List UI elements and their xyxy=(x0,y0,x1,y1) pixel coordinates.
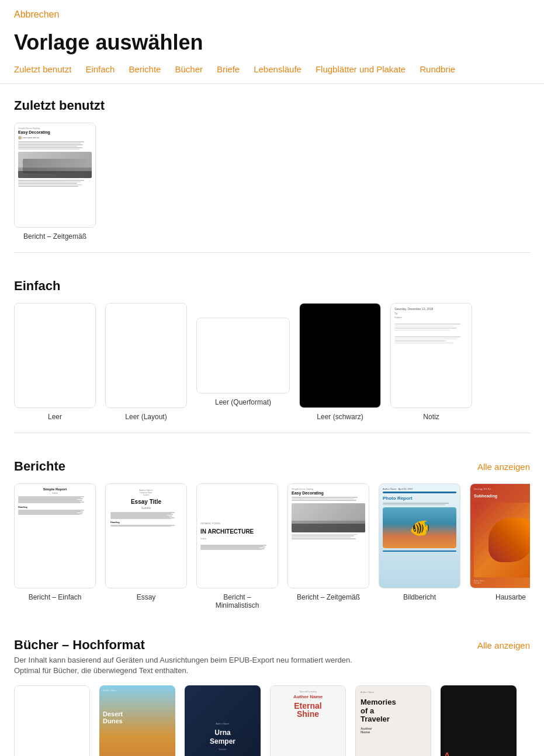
berichte-show-all[interactable]: Alle anzeigen xyxy=(477,462,530,472)
template-leer-querformat[interactable]: Leer (Querformat) xyxy=(196,303,290,421)
recently-used-header: Zuletzt benutzt xyxy=(14,98,530,113)
tab-zuletzt-benutzt[interactable]: Zuletzt benutzt xyxy=(14,64,71,74)
template-label: Bericht – Minimalistisch xyxy=(216,593,259,609)
recently-used-section: Zuletzt benutzt Simple Home Styling Easy… xyxy=(0,84,544,241)
cancel-button[interactable]: Abbrechen xyxy=(14,9,59,19)
tab-lebenslaufe[interactable]: Lebensläufe xyxy=(254,64,302,74)
nav-tabs: Zuletzt benutzt Einfach Berichte Bücher … xyxy=(0,64,544,84)
template-label: Essay xyxy=(137,593,156,601)
template-bericht-einfach[interactable]: Simple Report Subtitle Heading xyxy=(14,483,96,609)
template-label: Leer xyxy=(48,413,62,421)
berichte-title: Berichte xyxy=(14,459,65,474)
template-shatter[interactable]: ASHATTERIN THEDARK Shatter xyxy=(441,685,517,756)
template-leer-layout[interactable]: Leer (Layout) xyxy=(105,303,187,421)
einfach-header: Einfach xyxy=(14,278,530,294)
template-bericht-zeitgemass-recent[interactable]: Simple Home Styling Easy Decorating Lore… xyxy=(14,123,96,241)
page-title: Vorlage auswählen xyxy=(0,25,544,64)
template-label: Leer (schwarz) xyxy=(317,413,363,421)
template-buch-leer[interactable] xyxy=(14,685,90,756)
einfach-row: Leer Leer (Layout) Leer (Querformat) Lee… xyxy=(14,303,530,421)
berichte-header: Berichte Alle anzeigen xyxy=(14,459,530,474)
tab-buecher[interactable]: Bücher xyxy=(175,64,203,74)
template-label: Hausarbe xyxy=(496,593,526,601)
template-memories[interactable]: Author Name Memoriesof aTraveler AuthorN… xyxy=(355,685,431,756)
template-leer[interactable]: Leer xyxy=(14,303,96,421)
tab-rundbrie[interactable]: Rundbrie xyxy=(420,64,455,74)
tab-briefe[interactable]: Briefe xyxy=(217,64,240,74)
tab-flugblatter[interactable]: Flugblätter und Plakate xyxy=(316,64,406,74)
template-bericht-minimalistisch[interactable]: ORGANIC FORMS IN ARCHITECTURE Subtitle B… xyxy=(196,483,278,609)
berichte-section: Berichte Alle anzeigen Simple Report Sub… xyxy=(0,445,544,609)
tab-einfach[interactable]: Einfach xyxy=(85,64,115,74)
template-label: Leer (Querformat) xyxy=(215,398,271,406)
divider-1 xyxy=(14,252,530,253)
buecher-section: Bücher – Hochformat Alle anzeigen Der In… xyxy=(0,623,544,756)
template-label: Bildbericht xyxy=(403,593,436,601)
buecher-header: Bücher – Hochformat Alle anzeigen xyxy=(14,637,530,653)
template-hausarbeit[interactable]: Geology 101 Re... Subheading Author Name… xyxy=(470,483,530,609)
einfach-section: Einfach Leer Leer (Layout) Leer (Querfor… xyxy=(0,264,544,421)
template-leer-schwarz[interactable]: Leer (schwarz) xyxy=(299,303,381,421)
template-bildbericht[interactable]: Author Name · April 04, 2022 Photo Repor… xyxy=(379,483,460,609)
template-label: Bericht – Zeitgemäß xyxy=(297,593,360,601)
template-label: Notiz xyxy=(423,413,439,421)
buecher-show-all[interactable]: Alle anzeigen xyxy=(477,640,530,650)
buecher-subtitle: Der Inhalt kann basierend auf Geräten un… xyxy=(14,655,530,676)
template-bericht-zeitgemass[interactable]: Simple Home Styling Easy Decorating xyxy=(287,483,369,609)
recently-used-row: Simple Home Styling Easy Decorating Lore… xyxy=(14,123,530,241)
template-eternal-shine[interactable]: Tips to thrill a heading Author Name Ete… xyxy=(270,685,346,756)
berichte-row: Simple Report Subtitle Heading xyxy=(14,483,530,609)
tab-berichte[interactable]: Berichte xyxy=(129,64,161,74)
template-notiz[interactable]: Saturday, December 13, 2018 To: Subject: xyxy=(390,303,472,421)
template-ursa-benger[interactable]: Author Name UrnaSemper Subtitle Ursa Ben… xyxy=(185,685,261,756)
top-bar: Abbrechen xyxy=(0,0,544,25)
recently-used-title: Zuletzt benutzt xyxy=(14,98,105,113)
buecher-title: Bücher – Hochformat xyxy=(14,637,145,653)
template-label: Bericht – Einfach xyxy=(29,593,82,601)
buecher-row: Author Name DesertDunes Desert Dunes Aut… xyxy=(14,685,530,756)
einfach-title: Einfach xyxy=(14,278,60,294)
template-desert-dunes[interactable]: Author Name DesertDunes Desert Dunes xyxy=(99,685,175,756)
divider-2 xyxy=(14,433,530,433)
template-label: Bericht – Zeitgemäß xyxy=(23,232,86,241)
template-essay[interactable]: Author Name Institution Name Subject Ess… xyxy=(105,483,187,609)
template-label: Leer (Layout) xyxy=(125,413,167,421)
